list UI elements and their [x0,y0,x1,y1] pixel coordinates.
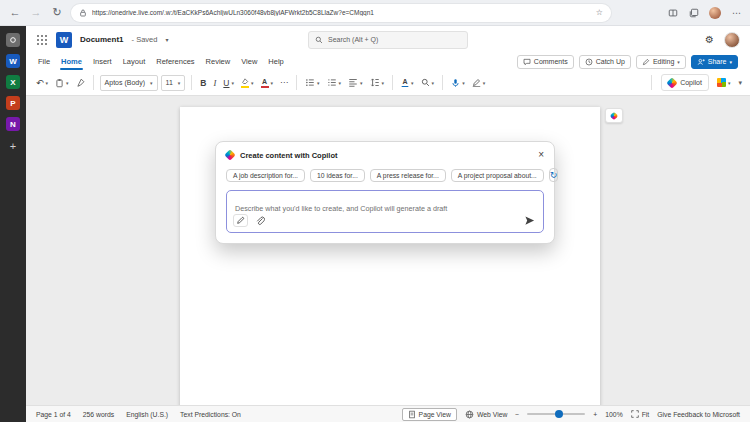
catch-up-label: Catch Up [596,58,625,65]
page-view-toggle[interactable]: Page View [402,408,457,421]
document-title[interactable]: Document1 [80,35,124,44]
paste-button[interactable]: ▾ [53,76,71,90]
dictate-button[interactable]: ▾ [449,76,467,90]
copilot-anchor-button[interactable] [605,108,623,123]
address-bar[interactable]: https://onedrive.live.com/.w:/t/EaCKkPs6… [71,4,611,22]
fit-button[interactable]: Fit [631,410,650,418]
styles-chevron-icon: ▾ [411,80,414,86]
suggestion-chip[interactable]: 10 ideas for... [310,169,365,182]
browser-menu-icon[interactable]: ⋯ [731,7,742,18]
copilot-close-icon[interactable]: × [538,150,544,160]
alignment-button[interactable]: ▾ [346,76,365,89]
menu-file[interactable]: File [38,57,50,66]
alignment-chevron-icon: ▾ [360,80,363,86]
find-chevron-icon: ▾ [432,80,435,86]
suggestion-chip[interactable]: A job description for... [226,169,305,182]
ribbon-divider [651,75,652,90]
menu-references[interactable]: References [156,57,194,66]
bold-button[interactable]: B [198,76,208,90]
back-icon[interactable]: ← [8,7,22,18]
lock-icon [79,9,87,17]
line-spacing-button[interactable]: ▾ [368,76,387,89]
bullet-list-button[interactable]: ▾ [303,76,322,89]
menu-insert[interactable]: Insert [93,57,112,66]
suggestion-chip[interactable]: A project proposal about... [451,169,544,182]
share-button[interactable]: Share ▾ [691,55,738,69]
settings-gear-icon[interactable]: ⚙ [705,34,714,45]
menu-review[interactable]: Review [206,57,231,66]
title-chevron-down-icon[interactable]: ▾ [165,36,168,43]
edge-sidebar: W X P N + [0,26,26,422]
font-size-select[interactable]: 11▾ [161,75,186,91]
menu-layout[interactable]: Layout [123,57,146,66]
language-status[interactable]: English (U.S.) [126,411,168,418]
sidebar-excel-icon[interactable]: X [6,75,20,89]
zoom-out-icon[interactable]: − [515,411,519,418]
menu-view[interactable]: View [241,57,257,66]
send-button[interactable] [524,215,535,226]
web-view-toggle[interactable]: Web View [465,410,507,419]
format-painter-button[interactable] [74,76,87,89]
app-header: W Document1 - Saved ▾ Search (Alt + Q) ⚙ [26,26,750,53]
zoom-slider[interactable] [527,413,585,415]
attach-paperclip-icon[interactable] [255,216,265,226]
app-launcher-waffle-icon[interactable] [36,34,48,46]
find-button[interactable]: ▾ [419,76,437,89]
styles-button[interactable]: A▾ [399,76,416,90]
refresh-icon[interactable]: ↻ [50,7,64,18]
refresh-suggestions-button[interactable]: ↻ [549,168,559,182]
word-count[interactable]: 256 words [83,411,114,418]
compose-pen-button[interactable] [233,214,248,227]
sidebar-add-icon[interactable]: + [10,140,16,152]
split-screen-icon[interactable] [667,7,678,18]
ribbon-collapse-chevron-icon[interactable]: ▾ [738,79,742,87]
sidebar-onenote-icon[interactable]: N [6,117,20,131]
font-name-select[interactable]: Aptos (Body)▾ [100,75,158,91]
zoom-slider-knob[interactable] [555,410,563,418]
editor-button[interactable]: ▾ [470,76,488,89]
favorite-star-icon[interactable]: ☆ [596,8,603,17]
undo-button[interactable]: ↶▾ [34,76,50,90]
highlight-button[interactable]: ▾ [239,76,256,90]
collections-icon[interactable] [688,7,699,18]
feedback-link[interactable]: Give Feedback to Microsoft [657,411,740,418]
forward-icon[interactable]: → [29,7,43,18]
sidebar-powerpoint-icon[interactable]: P [6,96,20,110]
editing-mode-button[interactable]: Editing ▾ [636,55,686,69]
comments-button[interactable]: Comments [517,55,574,69]
add-ins-chevron-icon: ▾ [728,80,731,86]
add-ins-button[interactable]: ▾ [715,76,733,89]
italic-button[interactable]: I [212,76,219,90]
sidebar-word-icon[interactable]: W [6,54,20,68]
zoom-level[interactable]: 100% [605,411,622,418]
copilot-prompt-input[interactable]: Describe what you'd like to create, and … [226,190,544,233]
catch-up-button[interactable]: Catch Up [579,55,631,69]
account-avatar[interactable] [724,32,740,48]
page-count[interactable]: Page 1 of 4 [36,411,71,418]
browser-profile-avatar[interactable] [709,7,721,19]
copilot-dialog: Create content with Copilot × A job desc… [215,141,555,244]
numbered-list-button[interactable]: ▾ [325,76,344,89]
bullet-list-icon [305,78,315,87]
text-predictions-status[interactable]: Text Predictions: On [180,411,241,418]
underline-button[interactable]: U▾ [221,76,236,90]
more-formatting-button[interactable]: ⋯ [278,76,290,89]
menu-home[interactable]: Home [61,57,82,66]
highlight-icon [241,78,249,88]
zoom-in-icon[interactable]: + [593,411,597,418]
font-color-button[interactable]: A▾ [259,76,276,90]
menu-help[interactable]: Help [268,57,283,66]
sidebar-workspace-icon[interactable] [6,33,20,47]
search-box[interactable]: Search (Alt + Q) [308,31,468,49]
url-text: https://onedrive.live.com/.w:/t/EaCKkPs6… [92,9,591,16]
editing-pen-icon [642,58,650,66]
ribbon-divider [191,75,192,90]
styles-icon: A [401,78,409,88]
copilot-button[interactable]: Copilot [661,74,709,91]
word-logo-icon[interactable]: W [56,32,72,48]
document-canvas: Create content with Copilot × A job desc… [26,96,750,405]
share-label: Share [708,58,727,65]
menu-right-actions: Comments Catch Up Editing ▾ Share ▾ [517,55,738,69]
suggestion-chip[interactable]: A press release for... [370,169,446,182]
share-person-icon [697,58,705,66]
